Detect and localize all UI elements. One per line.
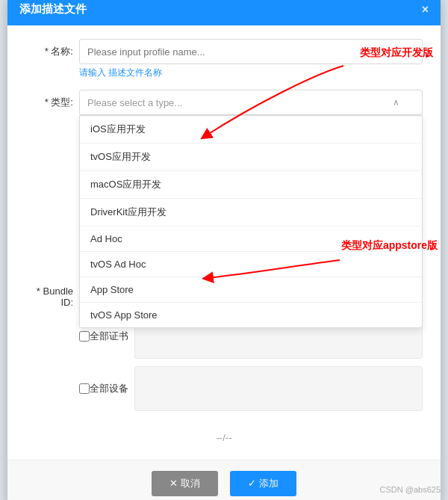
devices-placeholder-area (134, 366, 423, 411)
type-select-placeholder: Please select a type... (87, 97, 182, 108)
type-field: Please select a type... ∧ iOS应用开发 tvOS应用… (79, 90, 423, 115)
cancel-button[interactable]: ✕ 取消 (152, 471, 218, 496)
certs-label: 全部证书 (90, 330, 128, 343)
dialog-body: * 名称: 请输入 描述文件名称 * 类型: Please select a t… (7, 25, 441, 460)
devices-label: 全部设备 (90, 382, 128, 395)
type-label: * 类型: (25, 90, 79, 109)
dropdown-item-5[interactable]: tvOS Ad Hoc (80, 252, 422, 277)
dropdown-item-6[interactable]: App Store (80, 277, 422, 303)
name-row: * 名称: 请输入 描述文件名称 (25, 39, 423, 79)
chevron-up-icon: ∧ (393, 97, 399, 108)
dropdown-item-1[interactable]: tvOS应用开发 (80, 143, 422, 171)
dialog-title: 添加描述文件 (19, 2, 87, 16)
dropdown-item-0[interactable]: iOS应用开发 (80, 116, 422, 143)
dropdown-item-4[interactable]: Ad Hoc (80, 226, 422, 252)
close-button[interactable]: × (422, 4, 429, 16)
add-button[interactable]: ✓ 添加 (230, 471, 296, 496)
devices-row: 全部设备 (25, 366, 423, 411)
dropdown-item-7[interactable]: tvOS App Store (80, 303, 422, 327)
type-dropdown-menu: iOS应用开发 tvOS应用开发 macOS应用开发 DriverKit应用开发… (79, 115, 423, 328)
type-row: * 类型: Please select a type... ∧ iOS应用开发 … (25, 90, 423, 115)
name-error-hint: 请输入 描述文件名称 (79, 67, 423, 79)
all-certs-checkbox[interactable] (79, 331, 90, 342)
dropdown-item-2[interactable]: macOS应用开发 (80, 171, 422, 199)
name-field: 请输入 描述文件名称 (79, 39, 423, 79)
dialog-footer: ✕ 取消 ✓ 添加 (7, 460, 441, 500)
name-input[interactable] (79, 39, 423, 64)
divider: --/-- (25, 419, 423, 451)
dialog-header: 添加描述文件 × (7, 0, 441, 25)
dropdown-item-3[interactable]: DriverKit应用开发 (80, 199, 422, 226)
bundle-label: * Bundle ID: (25, 280, 79, 308)
add-profile-dialog: 添加描述文件 × * 名称: 请输入 描述文件名称 * 类型: Please s… (7, 0, 441, 500)
watermark: CSDN @abs625 (380, 485, 441, 494)
name-label: * 名称: (25, 39, 79, 58)
all-devices-checkbox[interactable] (79, 383, 90, 394)
type-select[interactable]: Please select a type... ∧ (79, 90, 423, 115)
